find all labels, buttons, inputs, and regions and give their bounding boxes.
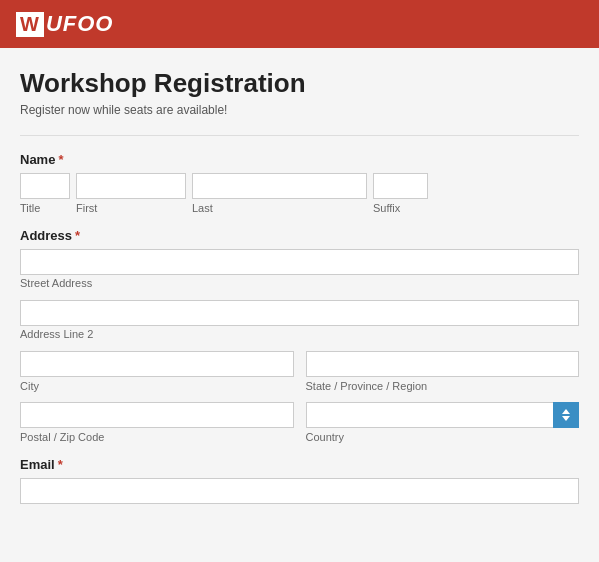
name-field-group: Name* Title First Last Suffix (20, 152, 579, 214)
zip-label: Postal / Zip Code (20, 431, 294, 443)
state-col: State / Province / Region (306, 351, 580, 392)
email-label: Email* (20, 457, 579, 472)
city-label: City (20, 380, 294, 392)
name-title-input[interactable] (20, 173, 70, 199)
name-last-col: Last (192, 173, 367, 214)
name-title-label: Title (20, 202, 70, 214)
divider (20, 135, 579, 136)
email-field-group: Email* (20, 457, 579, 504)
form-container: Workshop Registration Register now while… (0, 48, 599, 562)
name-last-input[interactable] (192, 173, 367, 199)
street-address-label: Street Address (20, 277, 92, 289)
address-field-group: Address* Street Address Address Line 2 C… (20, 228, 579, 443)
name-first-col: First (76, 173, 186, 214)
address-line2-input[interactable] (20, 300, 579, 326)
email-input[interactable] (20, 478, 579, 504)
country-col: United States Canada United Kingdom Coun… (306, 402, 580, 443)
logo-w-box: W (16, 12, 44, 37)
address-label: Address* (20, 228, 579, 243)
name-first-input[interactable] (76, 173, 186, 199)
country-select[interactable]: United States Canada United Kingdom (306, 402, 580, 428)
email-required-star: * (58, 457, 63, 472)
zip-col: Postal / Zip Code (20, 402, 294, 443)
country-select-wrapper[interactable]: United States Canada United Kingdom (306, 402, 580, 428)
address-line2-wrapper: Address Line 2 (20, 300, 579, 341)
page-title: Workshop Registration (20, 68, 579, 99)
app-wrapper: WUFOO Workshop Registration Register now… (0, 0, 599, 562)
street-address-wrapper: Street Address (20, 249, 579, 290)
name-title-col: Title (20, 173, 70, 214)
city-col: City (20, 351, 294, 392)
name-row: Title First Last Suffix (20, 173, 579, 214)
city-input[interactable] (20, 351, 294, 377)
name-suffix-label: Suffix (373, 202, 428, 214)
state-label: State / Province / Region (306, 380, 580, 392)
name-suffix-input[interactable] (373, 173, 428, 199)
header: WUFOO (0, 0, 599, 48)
form-subtitle: Register now while seats are available! (20, 103, 579, 117)
address-required-star: * (75, 228, 80, 243)
address-line2-label: Address Line 2 (20, 328, 93, 340)
zip-country-row: Postal / Zip Code United States Canada U… (20, 402, 579, 443)
name-required-star: * (58, 152, 63, 167)
logo: WUFOO (16, 11, 113, 37)
name-suffix-col: Suffix (373, 173, 428, 214)
country-label: Country (306, 431, 580, 443)
name-first-label: First (76, 202, 186, 214)
street-address-input[interactable] (20, 249, 579, 275)
state-input[interactable] (306, 351, 580, 377)
city-state-row: City State / Province / Region (20, 351, 579, 392)
name-label: Name* (20, 152, 579, 167)
name-last-label: Last (192, 202, 367, 214)
zip-input[interactable] (20, 402, 294, 428)
